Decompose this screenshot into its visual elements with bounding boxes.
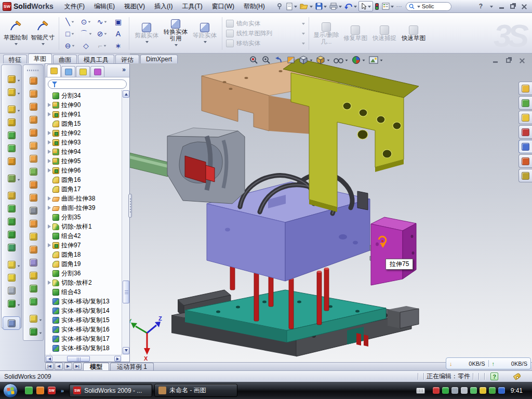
expand-arrow-icon[interactable] [47, 280, 52, 285]
ribbon-stack-button[interactable]: 线性草图阵列 [226, 30, 305, 37]
toolbar-button[interactable] [4, 299, 19, 308]
toolbar-button[interactable] [4, 217, 19, 225]
task-pane-tab[interactable] [518, 125, 532, 139]
update-icon[interactable] [451, 387, 458, 394]
pin-icon[interactable] [275, 1, 284, 11]
scroll-up-button[interactable] [123, 90, 129, 98]
tab-nav-button[interactable]: ◀ [55, 363, 63, 370]
side-insert-part[interactable] [371, 217, 416, 285]
tree-item[interactable]: 实体-移动/复制17 [45, 334, 122, 343]
tree-item[interactable]: 实体-移动/复制18 [45, 343, 122, 353]
view-orientation-icon[interactable] [299, 56, 313, 64]
toolbar-button[interactable] [4, 230, 19, 238]
menu-item[interactable]: 工具(T) [177, 1, 207, 12]
ribbon-large-button[interactable]: 草图绘制 [2, 15, 29, 52]
filter-input[interactable] [48, 79, 127, 89]
close-button[interactable] [521, 4, 527, 9]
menu-item[interactable]: 插入(I) [150, 1, 177, 12]
toolbar-button[interactable] [4, 260, 19, 269]
power-shield-icon[interactable] [442, 387, 449, 394]
antivirus-icon[interactable] [489, 387, 496, 394]
tree-item[interactable]: 切除-放样2 [45, 278, 122, 287]
tab-nav-button[interactable]: ▶ [64, 363, 72, 370]
task-pane-tab[interactable] [518, 169, 532, 182]
document-tab[interactable]: 运动算例 1 [110, 363, 154, 370]
expand-arrow-icon[interactable] [47, 196, 52, 201]
sketch-entity-button[interactable]: ⊙ [81, 18, 91, 25]
scroll-thumb[interactable] [67, 356, 90, 362]
sketch-entity-button[interactable]: □ [65, 30, 74, 37]
tree-horizontal-scrollbar[interactable] [45, 355, 122, 362]
tree-item[interactable]: 拉伸95 [45, 156, 122, 166]
ribbon-stack-button[interactable]: 移动实体 [226, 39, 305, 47]
sketch-entity-button[interactable]: ╲ [65, 18, 74, 25]
toolbar-button[interactable] [4, 75, 19, 83]
new-document-icon[interactable] [285, 1, 298, 11]
tree-item[interactable]: 拉伸96 [45, 166, 122, 175]
doc-restore-button[interactable] [506, 58, 511, 63]
toolbar-button[interactable] [4, 174, 19, 182]
toolbar-overflow[interactable]: ⋯ [395, 1, 403, 11]
menu-item[interactable]: 文件(F) [60, 1, 89, 12]
menu-item[interactable]: 窗口(W) [207, 1, 239, 12]
tree-item[interactable]: 拉伸90 [45, 100, 122, 110]
tree-item[interactable]: 实体-移动/复制14 [45, 306, 122, 315]
task-pane-tab[interactable] [518, 154, 532, 168]
panel-splitter-handle[interactable] [128, 194, 132, 218]
menu-item[interactable]: 帮助(H) [239, 1, 270, 12]
expand-arrow-icon[interactable] [47, 205, 52, 210]
task-pane-tab[interactable] [518, 96, 532, 110]
expand-arrow-icon[interactable] [47, 102, 52, 108]
panel-chevron[interactable]: » [119, 66, 128, 74]
panel-tab[interactable] [76, 66, 90, 77]
tree-item[interactable]: 实体-移动/复制16 [45, 325, 122, 334]
network-icon[interactable] [470, 387, 477, 394]
edit-appearance-icon[interactable] [352, 56, 365, 64]
toolbar-button[interactable] [25, 284, 41, 292]
expand-arrow-icon[interactable] [47, 140, 52, 145]
tree-item[interactable]: 圆角16 [45, 175, 122, 184]
previous-view-icon[interactable] [274, 56, 283, 64]
toolbar-button[interactable] [25, 193, 41, 202]
command-tab[interactable]: 特征 [3, 55, 27, 63]
tree-item[interactable]: 拉伸91 [45, 110, 122, 119]
toolbar-button[interactable] [25, 115, 41, 124]
command-tab[interactable]: 评估 [115, 55, 139, 63]
tree-vertical-scrollbar[interactable] [122, 90, 129, 355]
toolbar-button[interactable] [3, 316, 20, 330]
start-button[interactable] [3, 383, 18, 398]
sketch-entity-button[interactable]: ▣ [115, 18, 122, 25]
toolbar-button[interactable] [25, 232, 41, 241]
toolbar-button[interactable] [4, 88, 19, 96]
command-tab[interactable]: 曲面 [53, 55, 77, 63]
tree-item[interactable]: 拉伸94 [45, 147, 122, 156]
tree-item[interactable]: 组合42 [45, 231, 122, 241]
toolbar-button[interactable] [25, 271, 41, 280]
ribbon-button[interactable]: 修复草图 [341, 15, 370, 52]
ribbon-large-button[interactable]: 智能尺寸 [29, 15, 56, 52]
utility-icon[interactable] [36, 387, 44, 394]
toolbar-button[interactable] [25, 206, 41, 215]
solidworks-quicklaunch-icon[interactable]: SW [48, 387, 56, 394]
ribbon-stack-button[interactable]: 镜向实体 [226, 20, 305, 28]
section-view-icon[interactable] [287, 56, 296, 64]
ribbon-button[interactable]: 转换实体引用 [161, 15, 190, 52]
scroll-down-button[interactable] [123, 347, 129, 354]
tree-item[interactable]: 圆角17 [45, 184, 122, 194]
expand-arrow-icon[interactable] [47, 149, 52, 154]
doc-close-button[interactable] [519, 58, 525, 63]
ribbon-button[interactable]: 显示/删除几... [312, 15, 341, 52]
taskbar-clock[interactable]: 9:41 [508, 387, 528, 394]
quick-launch-chevron[interactable]: » [61, 388, 64, 394]
sketch-entity-button[interactable]: A [116, 30, 121, 37]
task-pane-tab[interactable] [518, 111, 532, 124]
scroll-right-button[interactable] [114, 356, 121, 362]
clamp-unit-part[interactable] [130, 128, 245, 204]
tab-nav-button[interactable]: |◀ [45, 363, 54, 370]
toolbar-button[interactable] [25, 154, 41, 163]
ribbon-button[interactable]: 等距实体 [190, 15, 219, 52]
tree-item[interactable]: 切除-放样1 [45, 222, 122, 231]
toolbar-button[interactable] [4, 191, 19, 200]
task-button[interactable]: 未命名 - 画图 [154, 384, 237, 397]
task-button[interactable]: SW SolidWorks 2009 - ... [69, 384, 152, 397]
